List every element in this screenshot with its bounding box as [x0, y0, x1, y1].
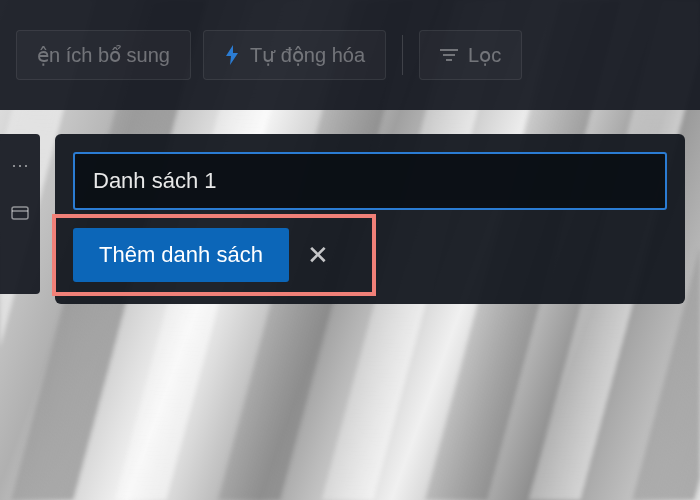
add-list-panel: Thêm danh sách ✕ — [55, 134, 685, 304]
toolbar-divider — [402, 35, 403, 75]
automation-button[interactable]: Tự động hóa — [203, 30, 386, 80]
list-name-input[interactable] — [73, 152, 667, 210]
filter-label: Lọc — [468, 43, 501, 67]
action-row: Thêm danh sách ✕ — [73, 228, 667, 282]
bolt-icon — [224, 45, 240, 65]
extensions-label: ện ích bổ sung — [37, 43, 170, 67]
filter-icon — [440, 48, 458, 62]
svg-rect-3 — [12, 207, 28, 219]
top-toolbar: ện ích bổ sung Tự động hóa Lọc — [0, 0, 700, 110]
more-icon[interactable]: ⋯ — [11, 154, 29, 176]
automation-label: Tự động hóa — [250, 43, 365, 67]
add-list-button[interactable]: Thêm danh sách — [73, 228, 289, 282]
close-icon[interactable]: ✕ — [307, 240, 329, 271]
card-icon[interactable] — [11, 204, 29, 225]
extensions-button[interactable]: ện ích bổ sung — [16, 30, 191, 80]
left-sidebar: ⋯ — [0, 134, 40, 294]
filter-button[interactable]: Lọc — [419, 30, 522, 80]
